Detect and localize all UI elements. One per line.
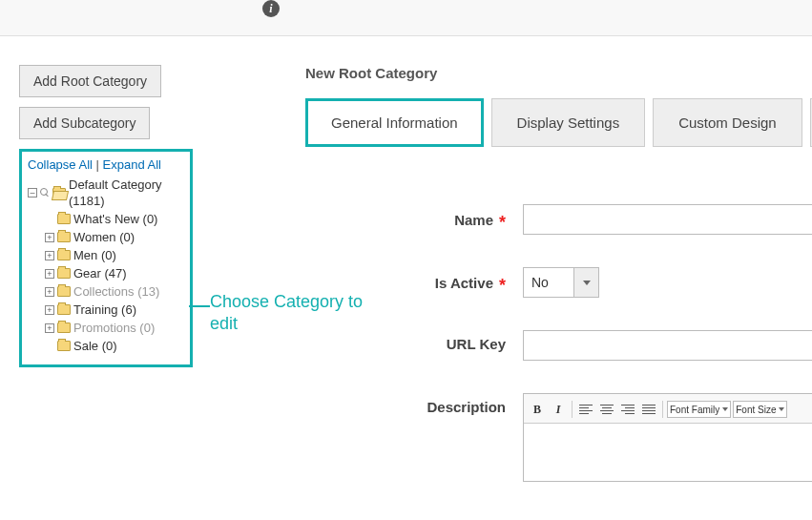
tree-node-label: Women (0) bbox=[73, 229, 135, 245]
folder-icon bbox=[57, 250, 71, 260]
tree-node[interactable]: +Gear (47) bbox=[28, 264, 182, 282]
font-family-select[interactable]: Font Family bbox=[667, 401, 731, 418]
chevron-down-icon bbox=[779, 407, 784, 411]
search-icon bbox=[40, 188, 50, 198]
chevron-down-icon[interactable] bbox=[573, 268, 598, 297]
expand-all-link[interactable]: Expand All bbox=[103, 157, 161, 172]
description-label: Description bbox=[305, 393, 506, 415]
tree-node-label: Collections (13) bbox=[73, 283, 159, 300]
annotation-connector bbox=[189, 305, 210, 307]
align-left-button[interactable] bbox=[576, 400, 595, 419]
toolbar-divider bbox=[662, 401, 663, 418]
is-active-value: No bbox=[524, 268, 573, 297]
editor-body[interactable] bbox=[524, 424, 812, 481]
description-editor: B I Font Family Font Size bbox=[523, 393, 812, 482]
is-active-label: Is Active* bbox=[305, 267, 506, 293]
tree-root-node[interactable]: – Default Category (1181) bbox=[28, 176, 182, 210]
expand-icon[interactable]: + bbox=[45, 233, 54, 242]
folder-open-icon bbox=[52, 188, 66, 198]
tree-node[interactable]: +Training (6) bbox=[28, 301, 182, 319]
add-root-category-button[interactable]: Add Root Category bbox=[19, 65, 161, 97]
expand-icon[interactable]: + bbox=[45, 305, 54, 315]
toolbar-divider bbox=[572, 401, 573, 418]
name-input[interactable] bbox=[523, 204, 812, 235]
required-icon: * bbox=[499, 276, 506, 295]
folder-icon bbox=[57, 268, 71, 279]
tab-general-information[interactable]: General Information bbox=[305, 98, 484, 147]
chevron-down-icon bbox=[722, 407, 728, 411]
folder-icon bbox=[57, 214, 71, 224]
tree-node-label: Training (6) bbox=[73, 302, 136, 318]
tree-node-label: Gear (47) bbox=[73, 265, 127, 281]
folder-icon bbox=[57, 304, 71, 315]
align-center-button[interactable] bbox=[597, 400, 616, 419]
tab-bar: General Information Display Settings Cus… bbox=[305, 98, 812, 147]
expand-icon[interactable]: + bbox=[45, 323, 54, 333]
tab-custom-design[interactable]: Custom Design bbox=[653, 98, 802, 147]
name-label: Name* bbox=[305, 204, 506, 230]
folder-icon bbox=[57, 322, 71, 333]
expand-icon[interactable]: + bbox=[45, 269, 54, 279]
tree-node-label: Promotions (0) bbox=[73, 320, 155, 336]
category-tree: Collapse All | Expand All – Default Cate… bbox=[19, 149, 193, 367]
folder-icon bbox=[57, 341, 71, 351]
url-key-input[interactable] bbox=[523, 330, 812, 361]
tree-node-label: Sale (0) bbox=[73, 338, 117, 354]
font-size-select[interactable]: Font Size bbox=[733, 401, 787, 418]
folder-icon bbox=[57, 232, 71, 242]
tree-node[interactable]: What's New (0) bbox=[28, 210, 182, 228]
top-header: i bbox=[0, 0, 812, 36]
folder-icon bbox=[57, 286, 71, 297]
tree-node[interactable]: +Women (0) bbox=[28, 228, 182, 246]
editor-toolbar: B I Font Family Font Size bbox=[524, 394, 812, 424]
expand-icon[interactable]: + bbox=[45, 287, 54, 297]
tree-node[interactable]: Sale (0) bbox=[28, 337, 182, 355]
collapse-icon[interactable]: – bbox=[28, 188, 37, 198]
align-justify-button[interactable] bbox=[639, 400, 658, 419]
align-right-button[interactable] bbox=[618, 400, 637, 419]
tree-control-separator: | bbox=[96, 157, 99, 172]
bold-button[interactable]: B bbox=[528, 400, 547, 419]
annotation-text: Choose Category to edit bbox=[210, 291, 372, 336]
expand-icon[interactable]: + bbox=[45, 251, 54, 260]
tree-node-label: Default Category (1181) bbox=[69, 177, 182, 209]
tree-controls: Collapse All | Expand All bbox=[28, 157, 182, 172]
italic-button[interactable]: I bbox=[549, 400, 568, 419]
tree-node-label: Men (0) bbox=[73, 247, 116, 263]
tree-node-label: What's New (0) bbox=[73, 211, 157, 227]
is-active-select[interactable]: No bbox=[523, 267, 599, 298]
tab-display-settings[interactable]: Display Settings bbox=[491, 98, 646, 147]
page-title: New Root Category bbox=[305, 65, 812, 81]
tree-node[interactable]: +Men (0) bbox=[28, 246, 182, 264]
collapse-all-link[interactable]: Collapse All bbox=[28, 157, 93, 172]
required-icon: * bbox=[499, 213, 506, 232]
tree-node[interactable]: +Promotions (0) bbox=[28, 319, 182, 337]
add-subcategory-button[interactable]: Add Subcategory bbox=[19, 107, 150, 139]
info-icon[interactable]: i bbox=[262, 0, 280, 17]
tree-node[interactable]: +Collections (13) bbox=[28, 282, 182, 301]
